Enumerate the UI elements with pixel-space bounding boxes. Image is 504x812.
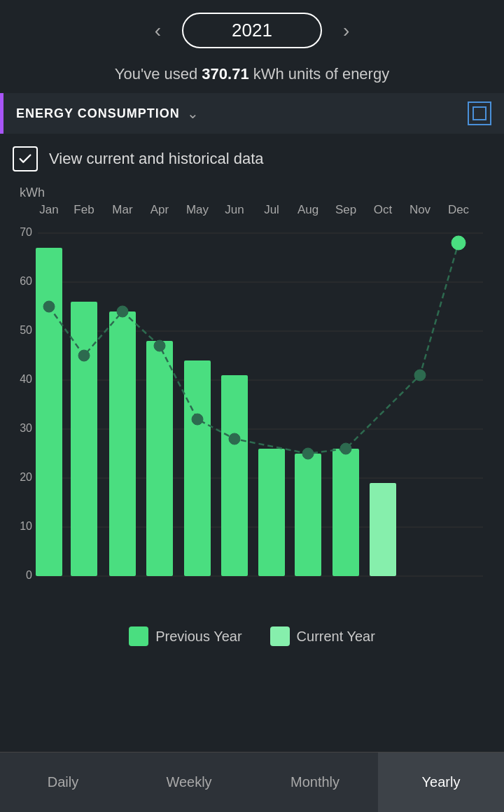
- legend-prev-year: Previous Year: [129, 626, 241, 646]
- svg-text:Sep: Sep: [335, 203, 356, 216]
- section-title-row: ENERGY CONSUMPTION ⌄: [16, 105, 199, 122]
- svg-text:40: 40: [20, 373, 32, 385]
- expand-icon-inner: [472, 106, 486, 120]
- expand-icon[interactable]: [468, 102, 491, 125]
- energy-prefix: You've used: [115, 65, 202, 83]
- svg-text:May: May: [186, 203, 209, 216]
- bar-jun-prev: [221, 375, 248, 576]
- svg-text:Mar: Mar: [112, 203, 133, 216]
- dot-jun: [229, 433, 240, 444]
- historical-data-checkbox[interactable]: [13, 146, 38, 172]
- dot-apr: [154, 340, 165, 351]
- svg-text:Jul: Jul: [264, 203, 279, 216]
- energy-suffix: kWh units of energy: [249, 65, 390, 83]
- svg-text:50: 50: [20, 324, 32, 336]
- bar-jan-prev: [36, 248, 62, 576]
- header: ‹ 2021 ›: [0, 0, 504, 61]
- svg-text:0: 0: [26, 569, 32, 581]
- svg-text:30: 30: [20, 422, 32, 434]
- next-year-button[interactable]: ›: [336, 17, 356, 45]
- svg-text:10: 10: [20, 520, 32, 532]
- checkbox-row[interactable]: View current and historical data: [0, 135, 504, 177]
- legend-curr-year: Current Year: [270, 626, 375, 646]
- dot-jan: [43, 301, 55, 312]
- dot-mar: [117, 306, 128, 317]
- section-title: ENERGY CONSUMPTION: [16, 106, 180, 121]
- bar-may-prev: [184, 360, 211, 576]
- svg-text:Apr: Apr: [150, 203, 169, 216]
- svg-text:70: 70: [20, 226, 32, 238]
- dot-sep: [340, 443, 351, 454]
- legend: Previous Year Current Year: [0, 614, 504, 653]
- year-display: 2021: [182, 13, 322, 48]
- tab-bar: Daily Weekly Monthly Yearly: [0, 752, 504, 812]
- bar-aug-prev: [295, 454, 321, 576]
- dot-nov: [414, 370, 426, 381]
- tab-weekly[interactable]: Weekly: [126, 752, 252, 812]
- prev-year-button[interactable]: ‹: [148, 17, 168, 45]
- chevron-down-icon: ⌄: [187, 105, 199, 122]
- check-icon: [18, 151, 33, 167]
- svg-text:Jun: Jun: [225, 203, 244, 216]
- dot-feb: [78, 350, 90, 361]
- dot-aug: [302, 448, 314, 459]
- energy-value: 370.71: [202, 65, 248, 83]
- bar-sep-prev: [332, 449, 359, 576]
- energy-summary: You've used 370.71 kWh units of energy: [0, 61, 504, 93]
- prev-year-label: Previous Year: [155, 629, 241, 645]
- svg-text:20: 20: [20, 471, 32, 483]
- dot-may: [192, 414, 203, 425]
- svg-text:Aug: Aug: [298, 203, 318, 216]
- prev-year-swatch: [129, 626, 148, 646]
- tab-daily[interactable]: Daily: [0, 752, 126, 812]
- bar-feb-prev: [71, 302, 97, 576]
- bar-jul-prev: [258, 449, 285, 576]
- bar-oct-curr: [370, 483, 396, 576]
- svg-text:Nov: Nov: [410, 203, 431, 216]
- tab-monthly[interactable]: Monthly: [252, 752, 378, 812]
- y-axis-label: kWh: [20, 186, 45, 200]
- dot-dec: [451, 236, 465, 250]
- bar-apr-prev: [146, 341, 173, 576]
- curr-year-swatch: [270, 626, 290, 646]
- svg-text:Feb: Feb: [74, 203, 94, 216]
- energy-chart: kWh Jan Feb Mar Apr May Jun Jul Aug Sep …: [7, 177, 497, 611]
- tab-yearly[interactable]: Yearly: [378, 752, 504, 812]
- svg-text:Dec: Dec: [448, 203, 470, 216]
- checkbox-label: View current and historical data: [49, 150, 264, 168]
- svg-text:Jan: Jan: [39, 203, 58, 216]
- section-header[interactable]: ENERGY CONSUMPTION ⌄: [0, 93, 504, 134]
- svg-text:60: 60: [20, 275, 32, 287]
- svg-text:Oct: Oct: [374, 203, 393, 216]
- bar-mar-prev: [109, 312, 136, 576]
- chart-container: kWh Jan Feb Mar Apr May Jun Jul Aug Sep …: [0, 177, 504, 614]
- curr-year-label: Current Year: [297, 629, 375, 645]
